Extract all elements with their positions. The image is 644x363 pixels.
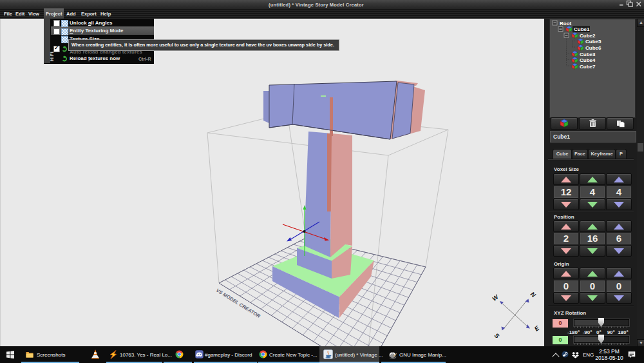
svg-text:Cube7: Cube7	[580, 64, 596, 70]
svg-text:Cube5: Cube5	[585, 39, 601, 44]
svg-text:VS MODEL CREATOR: VS MODEL CREATOR	[215, 288, 261, 320]
svg-text:E: E	[533, 324, 541, 333]
svg-text:W: W	[491, 293, 500, 302]
svg-text:Cube4: Cube4	[580, 57, 596, 63]
svg-text:N: N	[529, 290, 538, 299]
svg-text:Cube1: Cube1	[574, 26, 590, 32]
svg-text:Cube3: Cube3	[580, 52, 596, 57]
svg-text:Cube6: Cube6	[585, 45, 601, 51]
svg-text:Cube2: Cube2	[580, 33, 596, 39]
svg-text:S: S	[493, 331, 502, 340]
svg-text:Root: Root	[560, 21, 572, 26]
